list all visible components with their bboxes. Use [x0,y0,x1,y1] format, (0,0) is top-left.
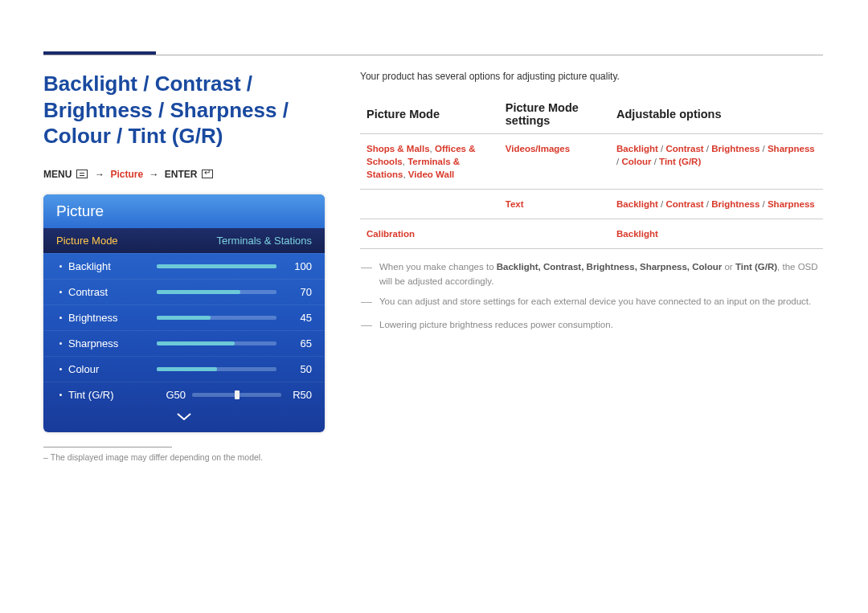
cell-picture-mode [360,190,499,219]
cell-adjustable: Backlight / Contrast / Brightness / Shar… [610,134,823,190]
table-row: Shops & Malls, Offices & Schools, Termin… [360,134,823,190]
osd-item-value: 45 [288,312,312,324]
osd-item-row[interactable]: Sharpness65 [43,330,325,356]
menu-icon [76,170,88,178]
enter-label: ENTER [165,169,198,180]
slider-fill [157,341,235,345]
osd-item-row[interactable]: Colour50 [43,356,325,382]
cell-picture-mode: Calibration [360,219,499,249]
breadcrumb-section: Picture [110,169,143,180]
top-rule-accent [43,51,156,55]
osd-item-label: Colour [68,363,157,375]
slider-fill [157,316,211,320]
note-text: Lowering picture brightness reduces powe… [379,318,613,335]
note-item: ― You can adjust and store settings for … [360,295,823,312]
osd-item-label: Sharpness [68,337,157,349]
slider-fill [157,290,240,294]
notes-block: ― When you make changes to Backlight, Co… [360,260,823,335]
footnote-text: The displayed image may differ depending… [51,452,263,462]
cell-adjustable: Backlight / Contrast / Brightness / Shar… [610,190,823,219]
note-item: ― Lowering picture brightness reduces po… [360,318,823,335]
bullet-icon [59,291,62,293]
osd-mode-label: Picture Mode [56,235,118,247]
osd-item-value: 50 [288,363,312,375]
dash-icon: ― [360,317,373,333]
slider-fill [157,367,217,371]
slider-fill [157,264,276,268]
menu-path: MENU → Picture → ENTER [43,169,325,180]
osd-item-label: Contrast [68,286,157,298]
osd-title: Picture [43,194,325,228]
bullet-icon [59,265,62,268]
slider-marker-icon [235,390,240,399]
intro-text: Your product has several options for adj… [360,71,823,82]
osd-panel: Picture Picture Mode Terminals & Station… [43,194,325,432]
arrow-icon: → [149,169,158,180]
note-text: You can adjust and store settings for ea… [379,295,811,312]
footnote: –The displayed image may differ dependin… [43,452,325,462]
dash-icon: ― [360,293,373,310]
enter-icon [202,170,213,178]
osd-item-slider[interactable] [157,341,276,345]
top-rule [43,55,823,55]
chevron-down-icon [176,412,192,422]
osd-item-slider[interactable] [157,264,276,268]
osd-item-slider[interactable] [157,290,276,294]
osd-item-row[interactable]: Backlight100 [43,253,325,279]
osd-item-value: 100 [288,260,312,272]
osd-tint-r: R50 [288,389,312,401]
osd-item-slider[interactable] [157,367,276,371]
osd-tint-g: G50 [157,389,186,401]
osd-item-row[interactable]: Brightness45 [43,304,325,330]
bullet-icon [59,368,62,370]
osd-item-label: Tint (G/R) [68,389,157,401]
note-item: ― When you make changes to Backlight, Co… [360,260,823,288]
col-settings: Picture Mode settings [499,96,610,134]
cell-settings: Videos/Images [499,134,610,190]
bullet-icon [59,394,62,396]
cell-picture-mode: Shops & Malls, Offices & Schools, Termin… [360,134,499,190]
bullet-icon [59,342,62,345]
arrow-icon: → [95,169,104,180]
footnote-separator [43,447,172,447]
osd-tint-slider[interactable] [192,393,281,397]
bullet-icon [59,317,62,319]
note-text: When you make changes to Backlight, Cont… [379,260,823,288]
col-picture-mode: Picture Mode [360,96,499,134]
dash-icon: ― [360,259,373,287]
col-adjustable: Adjustable options [610,96,823,134]
menu-label: MENU [43,169,72,180]
osd-item-value: 70 [288,286,312,298]
osd-picture-mode-row[interactable]: Picture Mode Terminals & Stations [43,228,325,253]
picture-mode-table: Picture Mode Picture Mode settings Adjus… [360,96,823,249]
cell-settings: Text [499,190,610,219]
osd-item-slider[interactable] [157,316,276,320]
table-row: CalibrationBacklight [360,219,823,249]
osd-scroll-down[interactable] [43,407,325,432]
cell-adjustable: Backlight [610,219,823,249]
page-title: Backlight / Contrast / Brightness / Shar… [43,71,325,149]
cell-settings [499,219,610,249]
osd-item-label: Brightness [68,312,157,324]
osd-item-value: 65 [288,337,312,349]
osd-tint-row[interactable]: Tint (G/R) G50 R50 [43,382,325,407]
osd-item-row[interactable]: Contrast70 [43,279,325,304]
osd-item-label: Backlight [68,260,157,272]
table-row: TextBacklight / Contrast / Brightness / … [360,190,823,219]
osd-mode-value: Terminals & Stations [217,235,313,247]
